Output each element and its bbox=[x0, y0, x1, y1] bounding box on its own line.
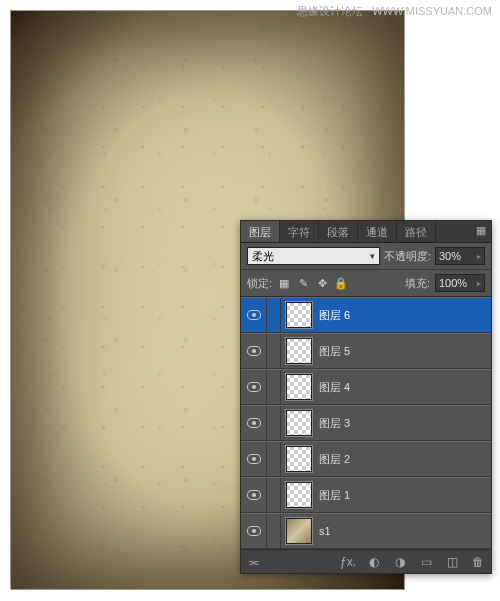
tab-paragraph[interactable]: 段落 bbox=[319, 221, 358, 242]
visibility-toggle[interactable] bbox=[241, 298, 267, 332]
visibility-toggle[interactable] bbox=[241, 334, 267, 368]
link-cell[interactable] bbox=[267, 478, 281, 512]
layer-list: 图层 6 图层 5 图层 4 图层 3 图层 2 bbox=[241, 297, 491, 549]
blend-mode-value: 柔光 bbox=[252, 249, 274, 264]
fill-input[interactable]: 100% ▸ bbox=[435, 274, 485, 292]
visibility-toggle[interactable] bbox=[241, 370, 267, 404]
panel-tabs: 图层 字符 段落 通道 路径 ▦ bbox=[241, 221, 491, 243]
layer-thumbnail[interactable] bbox=[285, 409, 313, 437]
visibility-toggle[interactable] bbox=[241, 514, 267, 548]
tab-layers[interactable]: 图层 bbox=[241, 221, 280, 242]
layer-thumbnail[interactable] bbox=[285, 517, 313, 545]
eye-icon bbox=[247, 526, 261, 536]
layer-row[interactable]: 图层 2 bbox=[241, 441, 491, 477]
panel-menu-icon[interactable]: ▦ bbox=[471, 221, 491, 242]
visibility-toggle[interactable] bbox=[241, 406, 267, 440]
layer-row[interactable]: 图层 1 bbox=[241, 477, 491, 513]
link-cell[interactable] bbox=[267, 334, 281, 368]
layer-name: 图层 5 bbox=[319, 344, 350, 359]
link-cell[interactable] bbox=[267, 442, 281, 476]
eye-icon bbox=[247, 382, 261, 392]
watermark-url: WWW.MISSYUAN.COM bbox=[372, 5, 492, 17]
layer-row[interactable]: 图层 3 bbox=[241, 405, 491, 441]
link-cell[interactable] bbox=[267, 298, 281, 332]
visibility-toggle[interactable] bbox=[241, 442, 267, 476]
layer-name: 图层 6 bbox=[319, 308, 350, 323]
eye-icon bbox=[247, 418, 261, 428]
layer-name: 图层 4 bbox=[319, 380, 350, 395]
layer-thumbnail[interactable] bbox=[285, 301, 313, 329]
tab-channels[interactable]: 通道 bbox=[358, 221, 397, 242]
link-cell[interactable] bbox=[267, 514, 281, 548]
lock-paint-icon[interactable]: ✎ bbox=[296, 276, 310, 290]
adjustment-icon[interactable]: ◑ bbox=[391, 553, 409, 571]
mask-icon[interactable]: ◐ bbox=[365, 553, 383, 571]
link-cell[interactable] bbox=[267, 370, 281, 404]
tab-paths[interactable]: 路径 bbox=[397, 221, 436, 242]
link-cell[interactable] bbox=[267, 406, 281, 440]
fill-value: 100% bbox=[439, 277, 467, 289]
eye-icon bbox=[247, 454, 261, 464]
group-icon[interactable]: ▭ bbox=[417, 553, 435, 571]
trash-icon[interactable]: 🗑 bbox=[469, 553, 487, 571]
layer-thumbnail[interactable] bbox=[285, 337, 313, 365]
link-layers-icon[interactable]: ⫘ bbox=[245, 553, 263, 571]
blend-row: 柔光 ▾ 不透明度: 30% ▸ bbox=[241, 243, 491, 270]
lock-label: 锁定: bbox=[247, 276, 272, 291]
panel-bottom-bar: ⫘ ƒx. ◐ ◑ ▭ ◫ 🗑 bbox=[241, 549, 491, 573]
chevron-down-icon: ▾ bbox=[370, 251, 375, 261]
opacity-label: 不透明度: bbox=[384, 249, 431, 264]
blend-mode-select[interactable]: 柔光 ▾ bbox=[247, 247, 380, 265]
eye-icon bbox=[247, 490, 261, 500]
visibility-toggle[interactable] bbox=[241, 478, 267, 512]
eye-icon bbox=[247, 346, 261, 356]
layer-thumbnail[interactable] bbox=[285, 373, 313, 401]
layer-thumbnail[interactable] bbox=[285, 481, 313, 509]
tab-character[interactable]: 字符 bbox=[280, 221, 319, 242]
layer-name: s1 bbox=[319, 525, 331, 537]
fill-label: 填充: bbox=[405, 276, 430, 291]
layer-row[interactable]: s1 bbox=[241, 513, 491, 549]
lock-move-icon[interactable]: ✥ bbox=[315, 276, 329, 290]
layer-row[interactable]: 图层 4 bbox=[241, 369, 491, 405]
watermark-site: 思缘设计论坛 bbox=[297, 5, 363, 17]
layer-name: 图层 1 bbox=[319, 488, 350, 503]
eye-icon bbox=[247, 310, 261, 320]
layer-name: 图层 3 bbox=[319, 416, 350, 431]
layer-thumbnail[interactable] bbox=[285, 445, 313, 473]
opacity-input[interactable]: 30% ▸ bbox=[435, 247, 485, 265]
lock-row: 锁定: ▦ ✎ ✥ 🔒 填充: 100% ▸ bbox=[241, 270, 491, 297]
layers-panel: 图层 字符 段落 通道 路径 ▦ 柔光 ▾ 不透明度: 30% ▸ 锁定: ▦ … bbox=[240, 220, 492, 574]
opacity-value: 30% bbox=[439, 250, 461, 262]
lock-all-icon[interactable]: 🔒 bbox=[334, 276, 348, 290]
fx-icon[interactable]: ƒx. bbox=[339, 553, 357, 571]
watermark: 思缘设计论坛 WWW.MISSYUAN.COM bbox=[297, 4, 492, 19]
layer-row[interactable]: 图层 6 bbox=[241, 297, 491, 333]
layer-row[interactable]: 图层 5 bbox=[241, 333, 491, 369]
chevron-right-icon: ▸ bbox=[477, 279, 481, 288]
layer-name: 图层 2 bbox=[319, 452, 350, 467]
new-layer-icon[interactable]: ◫ bbox=[443, 553, 461, 571]
lock-transparent-icon[interactable]: ▦ bbox=[277, 276, 291, 290]
chevron-right-icon: ▸ bbox=[477, 252, 481, 261]
